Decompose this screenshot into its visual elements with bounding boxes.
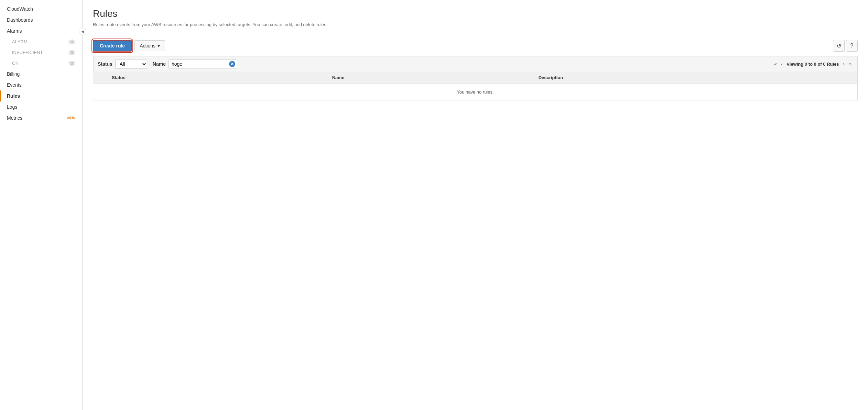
- sidebar-item-label: Events: [7, 82, 22, 88]
- last-page-button[interactable]: »: [847, 61, 853, 67]
- status-filter-label: Status: [98, 61, 112, 67]
- status-filter-select[interactable]: All Enabled Disabled: [115, 59, 147, 69]
- sidebar-item-logs[interactable]: Logs: [0, 101, 82, 112]
- page-title: Rules: [93, 8, 858, 19]
- actions-label: Actions: [140, 43, 155, 48]
- new-badge: NEW: [67, 116, 75, 120]
- sidebar-item-dashboards[interactable]: Dashboards: [0, 14, 82, 25]
- toolbar: Create rule Actions ↺ ?: [93, 40, 858, 52]
- sidebar-item-insufficient[interactable]: INSUFFICIENT 0: [0, 47, 82, 58]
- prev-page-button[interactable]: ‹: [780, 61, 784, 67]
- help-icon: ?: [850, 43, 854, 49]
- sidebar-toggle[interactable]: ◀: [79, 28, 86, 35]
- table-empty-row: You have no rules.: [93, 84, 857, 100]
- refresh-button[interactable]: ↺: [833, 40, 845, 52]
- col-checkbox: [93, 72, 107, 84]
- sidebar-item-cloudwatch[interactable]: CloudWatch: [0, 3, 82, 14]
- sidebar-item-label: Logs: [7, 104, 17, 110]
- sidebar-item-metrics[interactable]: Metrics NEW: [0, 112, 82, 123]
- empty-message: You have no rules.: [93, 84, 857, 100]
- sidebar-item-label: Billing: [7, 71, 20, 77]
- insufficient-badge: 0: [68, 50, 75, 55]
- table-header: Status Name Description: [93, 72, 857, 84]
- main-content: Rules Rules route events from your AWS r…: [83, 0, 868, 410]
- sidebar-item-label: INSUFFICIENT: [12, 50, 43, 55]
- table-container: Status All Enabled Disabled Name ✕ « ‹ V…: [93, 56, 858, 100]
- sidebar-item-rules[interactable]: Rules: [0, 90, 82, 101]
- actions-button[interactable]: Actions: [134, 40, 165, 51]
- col-name: Name: [327, 72, 534, 84]
- sidebar-item-label: Rules: [7, 93, 20, 99]
- pagination: « ‹ Viewing 0 to 0 of 0 Rules › »: [773, 61, 853, 67]
- ok-badge: 0: [68, 61, 75, 66]
- sidebar-item-label: Metrics: [7, 115, 22, 121]
- col-description: Description: [534, 72, 857, 84]
- sidebar-item-label: OK: [12, 61, 19, 66]
- sidebar-item-label: CloudWatch: [7, 6, 33, 12]
- pagination-viewing-text: Viewing 0 to 0 of 0 Rules: [785, 61, 840, 67]
- refresh-icon: ↺: [837, 43, 841, 49]
- clear-filter-icon[interactable]: ✕: [229, 61, 235, 67]
- sidebar-item-label: Dashboards: [7, 17, 33, 23]
- name-filter-input[interactable]: [169, 60, 237, 68]
- page-description: Rules route events from your AWS resourc…: [93, 22, 858, 33]
- sidebar: ◀ CloudWatch Dashboards Alarms ALARM 0 I…: [0, 0, 83, 410]
- rules-table: Status Name Description You have no rule…: [93, 72, 857, 100]
- sidebar-item-events[interactable]: Events: [0, 79, 82, 90]
- sidebar-item-label: ALARM: [12, 39, 28, 44]
- next-page-button[interactable]: ›: [842, 61, 846, 67]
- chevron-down-icon: [158, 43, 160, 48]
- help-button[interactable]: ?: [846, 40, 858, 52]
- toolbar-right: ↺ ?: [833, 40, 858, 52]
- col-status: Status: [107, 72, 327, 84]
- sidebar-item-ok[interactable]: OK 0: [0, 58, 82, 68]
- table-body: You have no rules.: [93, 84, 857, 100]
- sidebar-item-label: Alarms: [7, 28, 22, 34]
- first-page-button[interactable]: «: [773, 61, 778, 67]
- alarm-badge: 0: [68, 40, 75, 44]
- toolbar-left: Create rule Actions: [93, 40, 165, 52]
- name-filter-wrapper: ✕: [169, 60, 237, 68]
- sidebar-item-alarms[interactable]: Alarms: [0, 25, 82, 36]
- create-rule-button[interactable]: Create rule: [93, 40, 132, 52]
- sidebar-item-billing[interactable]: Billing: [0, 68, 82, 79]
- sidebar-item-alarm[interactable]: ALARM 0: [0, 36, 82, 47]
- name-filter-label: Name: [153, 61, 166, 67]
- filter-bar: Status All Enabled Disabled Name ✕ « ‹ V…: [93, 56, 857, 72]
